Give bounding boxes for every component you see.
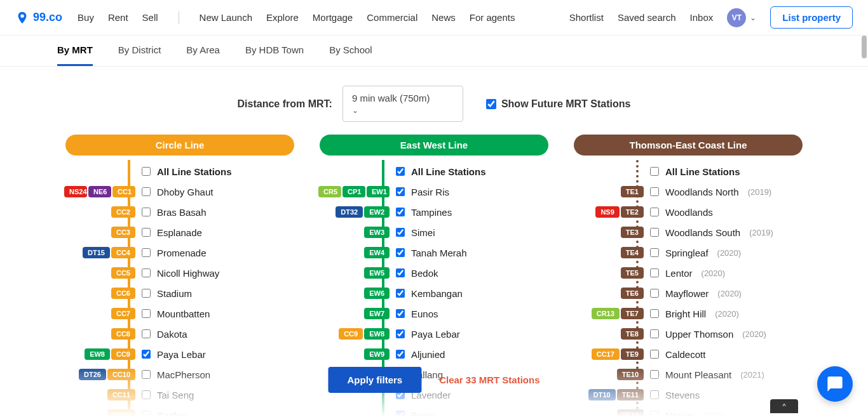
station-checkbox[interactable] bbox=[142, 350, 151, 359]
station-row: CC6Stadium bbox=[65, 286, 294, 300]
station-year: (2020) bbox=[717, 248, 742, 258]
station-checkbox[interactable] bbox=[142, 329, 151, 338]
nav-explore[interactable]: Explore bbox=[266, 12, 299, 23]
station-row: CC2Bras Basah bbox=[65, 205, 294, 219]
nav-buy[interactable]: Buy bbox=[78, 12, 94, 23]
station-label: Napier bbox=[665, 410, 693, 418]
badge-te2: TE2 bbox=[621, 206, 644, 218]
station-checkbox[interactable] bbox=[396, 187, 405, 196]
station-checkbox[interactable] bbox=[142, 411, 151, 417]
station-row: CR5CP1EW1Pasir Ris bbox=[320, 185, 548, 199]
badge-cc9: CC9 bbox=[111, 348, 135, 360]
station-checkbox[interactable] bbox=[650, 350, 659, 359]
station-checkbox[interactable] bbox=[142, 370, 151, 379]
badge-ne6: NE6 bbox=[88, 186, 111, 197]
station-checkbox[interactable] bbox=[142, 390, 151, 399]
station-checkbox[interactable] bbox=[650, 187, 659, 196]
badge-cc4: CC4 bbox=[111, 247, 135, 258]
station-checkbox[interactable] bbox=[142, 248, 151, 257]
badge-ns24: NS24 bbox=[64, 186, 87, 197]
logo[interactable]: 99.co bbox=[15, 11, 62, 25]
nav-new-launch[interactable]: New Launch bbox=[200, 12, 252, 23]
station-checkbox[interactable] bbox=[142, 208, 151, 216]
show-future-toggle[interactable]: Show Future MRT Stations bbox=[486, 98, 631, 110]
station-row: CC8Dakota bbox=[65, 327, 294, 341]
nav-mortgage[interactable]: Mortgage bbox=[313, 12, 353, 23]
station-checkbox[interactable] bbox=[650, 228, 659, 237]
nav-inbox[interactable]: Inbox bbox=[690, 12, 714, 23]
nav-sell[interactable]: Sell bbox=[142, 12, 158, 23]
all-line-checkbox[interactable] bbox=[396, 167, 405, 176]
station-checkbox[interactable] bbox=[396, 208, 405, 216]
badge-te10: TE10 bbox=[617, 369, 644, 380]
station-checkbox[interactable] bbox=[396, 228, 405, 237]
station-checkbox[interactable] bbox=[142, 228, 151, 237]
station-badges: CR13TE7 bbox=[574, 308, 644, 319]
show-future-checkbox[interactable] bbox=[486, 99, 496, 109]
badge-cc10: CC10 bbox=[107, 369, 135, 380]
station-checkbox[interactable] bbox=[396, 350, 405, 359]
station-checkbox[interactable] bbox=[396, 309, 405, 318]
clear-stations-link[interactable]: Clear 33 MRT Stations bbox=[439, 374, 539, 385]
badge-te7: TE7 bbox=[621, 308, 644, 319]
nav-rent[interactable]: Rent bbox=[108, 12, 128, 23]
station-checkbox[interactable] bbox=[396, 268, 405, 277]
station-checkbox[interactable] bbox=[650, 329, 659, 338]
station-checkbox[interactable] bbox=[650, 390, 659, 399]
station-checkbox[interactable] bbox=[142, 289, 151, 298]
station-checkbox[interactable] bbox=[396, 248, 405, 257]
tab-by-area[interactable]: By Area bbox=[186, 36, 220, 66]
station-checkbox[interactable] bbox=[396, 329, 405, 338]
station-row: CC9EW8Paya Lebar bbox=[320, 327, 548, 341]
tab-by-mrt[interactable]: By MRT bbox=[57, 36, 93, 66]
station-checkbox[interactable] bbox=[650, 309, 659, 318]
station-badges: EW9 bbox=[320, 348, 390, 360]
station-row: NS9TE2Woodlands bbox=[574, 205, 803, 219]
nav-agents[interactable]: For agents bbox=[470, 12, 515, 23]
list-property-button[interactable]: List property bbox=[770, 6, 853, 29]
station-checkbox[interactable] bbox=[650, 268, 659, 277]
station-label: Dhoby Ghaut bbox=[157, 187, 213, 197]
station-checkbox[interactable] bbox=[142, 309, 151, 318]
station-badges: CC17TE9 bbox=[574, 348, 644, 360]
user-menu[interactable]: VT ⌄ bbox=[727, 8, 756, 27]
nav-commercial[interactable]: Commercial bbox=[367, 12, 417, 23]
station-badges: CR5CP1EW1 bbox=[320, 186, 390, 197]
station-year: (2020) bbox=[742, 329, 766, 339]
station-label: Mountbatten bbox=[157, 308, 210, 319]
station-checkbox[interactable] bbox=[650, 248, 659, 257]
station-checkbox[interactable] bbox=[142, 268, 151, 277]
nav-saved-search[interactable]: Saved search bbox=[618, 12, 676, 23]
station-checkbox[interactable] bbox=[650, 289, 659, 298]
tab-by-hdb-town[interactable]: By HDB Town bbox=[245, 36, 304, 66]
station-checkbox[interactable] bbox=[142, 187, 151, 196]
nav-shortlist[interactable]: Shortlist bbox=[569, 12, 604, 23]
station-row: Bugis bbox=[320, 408, 548, 417]
nav-news[interactable]: News bbox=[431, 12, 456, 23]
line-header-ew: East West Line bbox=[320, 135, 548, 156]
station-badges: TE8 bbox=[574, 328, 644, 340]
chat-icon bbox=[826, 375, 844, 393]
chat-button[interactable] bbox=[817, 366, 853, 402]
avatar: VT bbox=[727, 8, 746, 27]
badge-te5: TE5 bbox=[621, 267, 644, 279]
badge-cc11: CC11 bbox=[107, 389, 135, 400]
station-checkbox[interactable] bbox=[650, 411, 659, 417]
scrollbar[interactable] bbox=[862, 36, 867, 58]
station-checkbox[interactable] bbox=[396, 411, 405, 417]
station-label: Lentor bbox=[665, 268, 693, 279]
badge-cc9: CC9 bbox=[339, 328, 363, 340]
all-line-checkbox[interactable] bbox=[650, 167, 659, 176]
station-row: EW6Kembangan bbox=[320, 286, 548, 300]
station-checkbox[interactable] bbox=[650, 370, 659, 379]
badge-ew8: EW8 bbox=[364, 328, 390, 340]
station-checkbox[interactable] bbox=[396, 289, 405, 298]
station-checkbox[interactable] bbox=[650, 208, 659, 216]
station-label: Bartley bbox=[157, 410, 187, 418]
tab-by-school[interactable]: By School bbox=[329, 36, 372, 66]
all-line-checkbox[interactable] bbox=[142, 167, 151, 176]
tab-by-district[interactable]: By District bbox=[118, 36, 161, 66]
apply-filters-button[interactable]: Apply filters bbox=[328, 367, 421, 393]
distance-select[interactable]: 9 min walk (750m) ⌄ bbox=[342, 86, 463, 122]
scroll-to-top[interactable]: ^ bbox=[770, 399, 798, 413]
